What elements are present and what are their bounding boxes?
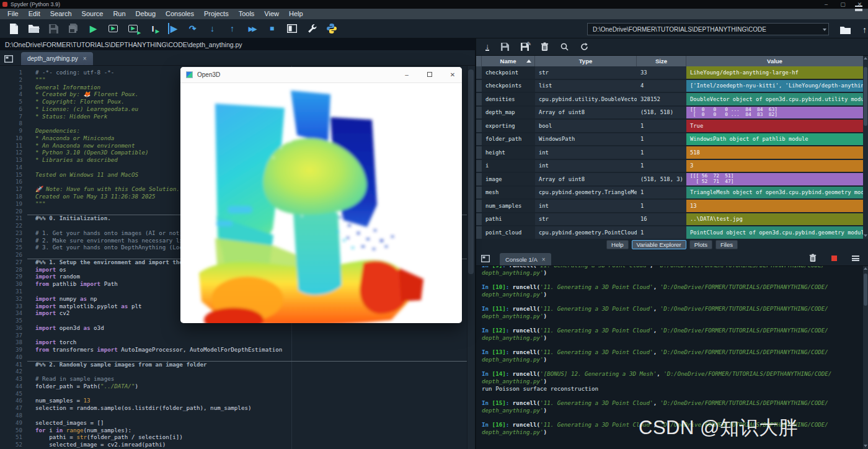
panel-tab-help[interactable]: Help xyxy=(606,240,629,249)
variable-row-exporting[interactable]: exportingbool1True xyxy=(476,120,863,132)
variable-value[interactable]: 518 xyxy=(686,146,863,159)
variable-row-point_cloud[interactable]: point_cloudcpu.pybind.geometry.PointClou… xyxy=(476,226,863,239)
panel-tab-plots[interactable]: Plots xyxy=(689,240,712,249)
parent-directory-up-icon[interactable]: ↑ xyxy=(856,22,868,37)
save-icon[interactable] xyxy=(45,21,62,36)
save-data-as-icon[interactable]: ✎ xyxy=(521,43,529,51)
menu-debug[interactable]: Debug xyxy=(131,9,161,19)
save-data-icon[interactable] xyxy=(501,43,509,51)
variable-size[interactable]: 1 xyxy=(637,200,686,212)
column-header-value[interactable]: Value xyxy=(686,56,863,66)
console-scrollbar-handle[interactable] xyxy=(864,273,867,306)
variable-type[interactable]: str xyxy=(535,66,637,79)
variable-type[interactable]: bool xyxy=(535,120,637,132)
menu-projects[interactable]: Projects xyxy=(199,9,234,19)
variable-type[interactable]: cpu.pybind.geometry.PointCloud xyxy=(535,226,637,239)
variable-value[interactable]: LiheYoung/depth-anything-large-hf xyxy=(686,66,863,79)
menu-consoles[interactable]: Consoles xyxy=(161,9,199,19)
run-icon[interactable]: ▶ xyxy=(85,21,102,36)
step-down-icon[interactable]: ↓ xyxy=(204,21,221,36)
variable-explorer-scrollbar-handle[interactable] xyxy=(864,67,867,126)
tab-depth-anything-py[interactable]: depth_anything.py × xyxy=(21,52,93,65)
variable-row-num_samples[interactable]: num_samplesint113 xyxy=(476,200,863,212)
menu-source[interactable]: Source xyxy=(77,9,108,19)
open3d-title-bar[interactable]: Open3D – ✕ xyxy=(180,67,462,83)
variable-value[interactable]: ..\DATA\test.jpg xyxy=(686,213,863,226)
variable-size[interactable]: 328152 xyxy=(637,93,686,105)
row-index-stub[interactable] xyxy=(476,213,482,226)
working-directory-combobox[interactable]: D:\OneDrive\FORMER\TUTORIALS\DEPTHANYTHI… xyxy=(587,23,829,35)
variable-type[interactable]: str xyxy=(535,213,637,226)
row-index-stub[interactable] xyxy=(476,160,482,172)
variable-type[interactable]: WindowsPath xyxy=(535,133,637,146)
row-index-stub[interactable] xyxy=(476,93,482,105)
variable-name[interactable]: pathi xyxy=(482,213,535,226)
step-up-icon[interactable]: ↑ xyxy=(224,21,241,36)
maximize-pane-icon[interactable] xyxy=(283,21,300,36)
run-selection-icon[interactable]: I▶ xyxy=(144,21,161,36)
variable-name[interactable]: depth_map xyxy=(482,107,535,119)
row-index-stub[interactable] xyxy=(476,200,482,212)
variable-type[interactable]: cpu.pybind.geometry.TriangleMesh xyxy=(535,187,637,199)
browse-directory-folder-icon[interactable] xyxy=(837,22,854,37)
variable-size[interactable]: 33 xyxy=(637,66,686,79)
variable-row-mesh[interactable]: meshcpu.pybind.geometry.TriangleMesh1Tri… xyxy=(476,187,863,199)
row-index-stub[interactable] xyxy=(476,107,482,119)
variable-name[interactable]: point_cloud xyxy=(482,226,535,239)
window-maximize-button[interactable]: ▢ xyxy=(835,0,851,9)
variable-type[interactable]: Array of uint8 xyxy=(535,107,637,119)
menu-search[interactable]: Search xyxy=(45,9,77,19)
variable-type[interactable]: int xyxy=(535,146,637,159)
combobox-caret-icon[interactable] xyxy=(823,29,826,31)
editor-scrollbar-handle[interactable] xyxy=(468,69,474,274)
variable-value[interactable]: [[[ 56 72 51] [ 52 71 47] xyxy=(686,173,863,185)
column-header-size[interactable]: Size xyxy=(637,56,686,66)
variable-value[interactable]: DoubleVector object of open3d.cpu.pybind… xyxy=(686,93,863,105)
open3d-minimize-button[interactable]: – xyxy=(397,71,416,78)
variable-size[interactable]: 1 xyxy=(637,120,686,132)
menu-tools[interactable]: Tools xyxy=(234,9,260,19)
menu-edit[interactable]: Edit xyxy=(24,9,45,19)
variable-value[interactable]: [[ 0 0 0 ... 84 84 63] [ 0 0 0 ... 84 83… xyxy=(686,107,863,119)
variable-value[interactable]: 13 xyxy=(686,200,863,212)
variable-type[interactable]: cpu.pybind.utility.DoubleVector xyxy=(535,93,637,105)
variable-row-pathi[interactable]: pathistr16..\DATA\test.jpg xyxy=(476,213,863,226)
console-tab-close-icon[interactable]: × xyxy=(542,256,546,263)
variable-row-image[interactable]: imageArray of uint8(518, 518, 3)[[[ 56 7… xyxy=(476,173,863,185)
variable-row-checkpoint[interactable]: checkpointstr33LiheYoung/depth-anything-… xyxy=(476,66,863,79)
variable-name[interactable]: mesh xyxy=(482,187,535,199)
open-file-icon[interactable] xyxy=(25,21,42,36)
open3d-maximize-button[interactable] xyxy=(420,71,439,78)
browse-tabs-icon[interactable] xyxy=(4,55,13,63)
row-index-stub[interactable] xyxy=(476,226,482,239)
variable-name[interactable]: densities xyxy=(482,93,535,105)
row-index-stub[interactable] xyxy=(476,173,482,185)
menu-view[interactable]: View xyxy=(259,9,284,19)
variable-name[interactable]: num_samples xyxy=(482,200,535,212)
menu-help[interactable]: Help xyxy=(284,9,308,19)
panel-tab-variable-explorer[interactable]: Variable Explorer xyxy=(632,240,686,249)
variable-name[interactable]: checkpoint xyxy=(482,66,535,79)
panel-tab-files[interactable]: Files xyxy=(715,240,738,249)
variable-row-folder_path[interactable]: folder_pathWindowsPath1WindowsPath objec… xyxy=(476,133,863,146)
variable-row-densities[interactable]: densitiescpu.pybind.utility.DoubleVector… xyxy=(476,93,863,105)
re-run-cell-icon[interactable]: ↷ xyxy=(184,21,201,36)
menu-run[interactable]: Run xyxy=(108,9,130,19)
stop-icon[interactable]: ■ xyxy=(264,21,280,36)
import-data-icon[interactable]: ↓ xyxy=(485,43,489,51)
variable-value[interactable]: PointCloud object of open3d.cpu.pybind.g… xyxy=(686,226,863,239)
run-cell-advance-icon[interactable]: ▶▶ xyxy=(125,21,141,36)
row-index-stub[interactable] xyxy=(476,66,482,79)
variable-explorer-options-menu-icon[interactable] xyxy=(855,6,862,11)
variable-row-checkpoints[interactable]: checkpointslist4['Intel/zoedepth-nyu-kit… xyxy=(476,80,863,92)
variable-row-depth_map[interactable]: depth_mapArray of uint8(518, 518)[[ 0 0 … xyxy=(476,107,863,119)
variable-value[interactable]: 3 xyxy=(686,160,863,172)
fast-forward-icon[interactable]: ▶▶ xyxy=(244,21,260,36)
variable-size[interactable]: 1 xyxy=(637,146,686,159)
row-index-stub[interactable] xyxy=(476,80,482,92)
console-options-menu-icon[interactable] xyxy=(852,256,859,261)
run-cell-icon[interactable]: ▶ xyxy=(105,21,122,36)
console-browse-tabs-icon[interactable] xyxy=(481,255,490,262)
search-icon[interactable] xyxy=(560,43,569,51)
variable-name[interactable]: folder_path xyxy=(482,133,535,146)
